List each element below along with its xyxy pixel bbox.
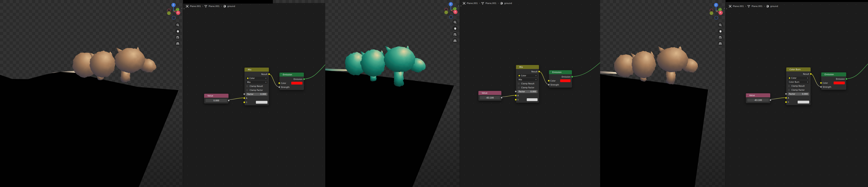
blend-mode-dropdown[interactable]: Color Burn ▾ [788, 80, 809, 83]
camera-view-button[interactable] [718, 35, 723, 40]
factor-slider[interactable]: Factor 0.000 [517, 90, 537, 93]
gizmo-x-label[interactable]: X [455, 11, 456, 13]
clamp-factor-checkbox[interactable] [788, 89, 790, 91]
gizmo-y-label[interactable]: Y [177, 8, 178, 10]
pan-button[interactable] [175, 29, 180, 34]
gizmo-y-label[interactable]: Y [454, 7, 455, 9]
sidebar-collapse-arrow[interactable]: ‹ [181, 7, 182, 9]
value-node-header[interactable]: ˇ Value [478, 91, 501, 95]
value-output-socket[interactable] [501, 97, 502, 99]
value-field[interactable]: 0.000 [206, 99, 227, 102]
clamp-result-checkbox[interactable] [246, 85, 248, 87]
b-input-socket[interactable] [244, 102, 245, 103]
breadcrumb-mesh[interactable]: Plane.001 [485, 2, 496, 5]
value-node[interactable]: ˇ Value -63.100 [746, 93, 770, 103]
factor-slider[interactable]: Factor 0.000 [246, 93, 268, 96]
breadcrumb-material[interactable]: ground [504, 2, 512, 5]
value-node-header[interactable]: ˇ Value [204, 94, 228, 98]
emission-color-swatch[interactable] [834, 81, 845, 84]
breadcrumb-object[interactable]: Plane.001 [190, 5, 201, 8]
sidebar-expand-arrow[interactable]: › [726, 7, 727, 10]
viewport-2[interactable]: Z X Y [325, 0, 460, 187]
breadcrumb-material[interactable]: ground [227, 5, 235, 8]
factor-input-socket[interactable] [515, 91, 517, 92]
emission-node-header[interactable]: ˇ Emission [821, 72, 846, 76]
collapse-chevron-icon[interactable]: ˇ [550, 71, 551, 73]
color-input-socket[interactable] [820, 82, 822, 84]
a-input-socket[interactable] [785, 97, 787, 99]
color-burn-node-header[interactable]: ˇ Color Burn [786, 67, 811, 71]
color-burn-node[interactable]: ˇ Color Burn Result Color ▾ Color Burn ▾… [786, 67, 811, 105]
color-input-socket[interactable] [278, 82, 280, 84]
a-input-socket[interactable] [244, 97, 245, 99]
gizmo-z-label[interactable]: Z [450, 3, 452, 5]
shader-editor-1[interactable]: › Plane.001 › Plane.001 › ground [183, 0, 326, 187]
b-color-swatch[interactable] [256, 101, 268, 104]
zoom-button[interactable] [453, 20, 458, 25]
pan-button[interactable] [718, 29, 723, 34]
result-output-socket[interactable] [268, 73, 270, 75]
pan-button[interactable] [453, 26, 458, 31]
clamp-result-checkbox[interactable] [788, 85, 790, 87]
value-node[interactable]: ˇ Value -63.100 [478, 91, 502, 101]
color-input-socket[interactable] [548, 80, 550, 81]
mix-node-header[interactable]: ˇ Mix [245, 68, 269, 72]
collapse-chevron-icon[interactable]: ˇ [788, 68, 788, 70]
value-field[interactable]: -63.100 [747, 99, 769, 102]
factor-input-socket[interactable] [244, 93, 245, 95]
clamp-factor-checkbox[interactable] [246, 89, 248, 91]
b-color-swatch[interactable] [527, 98, 537, 101]
blend-mode-dropdown[interactable]: Mix ▾ [517, 78, 537, 81]
toggle-grid-button[interactable] [453, 38, 458, 43]
value-field[interactable]: -63.100 [480, 96, 500, 99]
collapse-chevron-icon[interactable]: ˇ [206, 95, 207, 97]
sidebar-collapse-arrow[interactable]: ‹ [724, 7, 725, 9]
emission-output-socket[interactable] [303, 78, 305, 80]
gizmo-y-label[interactable]: Y [719, 8, 720, 10]
collapse-chevron-icon[interactable]: ˇ [246, 69, 247, 71]
collapse-chevron-icon[interactable]: ˇ [517, 66, 518, 68]
b-color-swatch[interactable] [798, 101, 809, 104]
result-output-socket[interactable] [810, 73, 812, 75]
strength-input-socket[interactable] [820, 86, 822, 88]
clamp-result-checkbox[interactable] [517, 82, 520, 85]
zoom-button[interactable] [175, 22, 180, 28]
data-type-dropdown[interactable]: Color ▾ [246, 77, 268, 80]
mix-node[interactable]: ˇ Mix Result Color ▾ Mix ▾ Clamp Result … [516, 65, 539, 103]
a-input-socket[interactable] [515, 95, 517, 96]
data-type-dropdown[interactable]: Color ▾ [788, 77, 809, 80]
gizmo-z-label[interactable]: Z [715, 4, 717, 6]
strength-input-socket[interactable] [278, 86, 280, 88]
breadcrumb-object[interactable]: Plane.001 [467, 2, 478, 5]
breadcrumb-mesh[interactable]: Plane.001 [209, 5, 219, 8]
mix-node-header[interactable]: ˇ Mix [516, 65, 539, 69]
strength-input-socket[interactable] [548, 84, 550, 85]
result-output-socket[interactable] [538, 71, 540, 72]
toggle-grid-button[interactable] [175, 41, 180, 46]
shader-editor-2[interactable]: › Plane.001 › Plane.001 › ground [460, 0, 600, 187]
b-input-socket[interactable] [515, 99, 517, 101]
viewport-3[interactable]: Z X Y [600, 0, 725, 187]
shader-editor-3[interactable]: › Plane.001 › Plane.001 › ground [725, 0, 868, 187]
navigation-gizmo[interactable]: Z X Y [443, 1, 459, 21]
breadcrumb-material[interactable]: ground [770, 5, 778, 8]
data-type-dropdown[interactable]: Color ▾ [517, 74, 537, 77]
b-input-socket[interactable] [785, 101, 787, 103]
value-node-header[interactable]: ˇ Value [746, 93, 770, 97]
gizmo-z-label[interactable]: Z [173, 4, 174, 6]
collapse-chevron-icon[interactable]: ˇ [480, 92, 481, 94]
navigation-gizmo[interactable]: Z X Y [165, 2, 182, 22]
emission-node[interactable]: ˇ Emission Emission Color Strength [549, 70, 572, 88]
emission-output-socket[interactable] [846, 78, 847, 80]
emission-color-swatch[interactable] [560, 79, 570, 82]
emission-node[interactable]: ˇ Emission Emission Color Strength [821, 72, 846, 90]
emission-node-header[interactable]: ˇ Emission [549, 70, 572, 74]
value-output-socket[interactable] [770, 99, 771, 101]
navigation-gizmo[interactable]: Z X Y [708, 2, 724, 22]
collapse-chevron-icon[interactable]: ˇ [281, 74, 282, 76]
value-output-socket[interactable] [228, 100, 229, 101]
gizmo-x-label[interactable]: X [177, 11, 179, 14]
emission-node-header[interactable]: ˇ Emission [279, 73, 304, 77]
clamp-factor-checkbox[interactable] [517, 86, 520, 89]
camera-view-button[interactable] [175, 35, 180, 40]
